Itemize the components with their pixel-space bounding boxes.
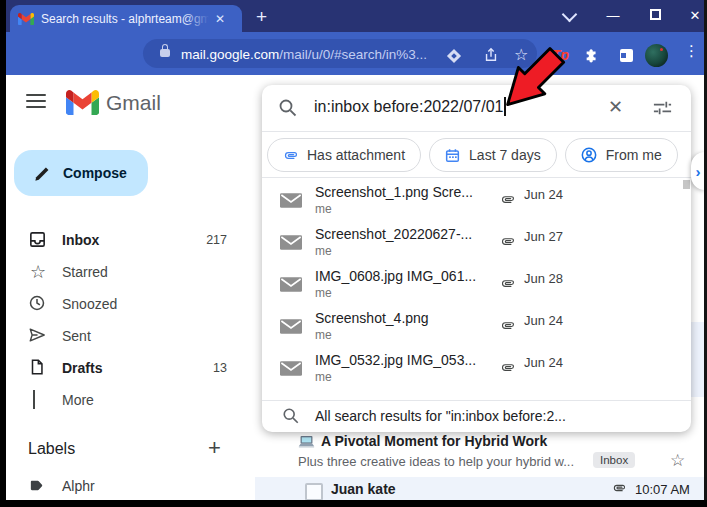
- attachment-icon: [612, 481, 626, 495]
- envelope-icon: [280, 319, 302, 334]
- add-label-icon[interactable]: +: [208, 435, 221, 461]
- envelope-icon: [280, 235, 302, 250]
- window-frame: [0, 0, 6, 507]
- compose-button[interactable]: Compose: [14, 150, 148, 196]
- window-frame: [0, 500, 707, 507]
- side-panel-icon[interactable]: [620, 49, 633, 62]
- inbox-count: 217: [206, 233, 227, 247]
- attachment-icon: [283, 148, 298, 163]
- lock-icon[interactable]: [160, 49, 170, 57]
- email-row[interactable]: A Pivotal Moment for Hybrid Work Plus th…: [255, 432, 704, 477]
- browser-window: Search results - alphrteam@gmai ✕ + — ✕ …: [0, 0, 707, 507]
- laptop-emoji-icon: [298, 435, 315, 449]
- star-toggle-icon[interactable]: ☆: [670, 450, 685, 471]
- browser-menu-icon[interactable]: ⋮: [684, 42, 699, 60]
- chip-has-attachment[interactable]: Has attachment: [267, 138, 421, 172]
- sidebar-item-sent[interactable]: Sent: [5, 320, 255, 352]
- attachment-icon: [500, 276, 515, 291]
- sidebar-item-snoozed[interactable]: Snoozed: [5, 288, 255, 320]
- sidebar-item-starred[interactable]: ☆ Starred: [5, 256, 255, 288]
- attachment-icon: [500, 318, 515, 333]
- main-menu-icon[interactable]: [26, 94, 46, 108]
- browser-tab[interactable]: Search results - alphrteam@gmai ✕: [10, 5, 242, 32]
- new-tab-button[interactable]: +: [256, 6, 267, 28]
- drafts-count: 13: [213, 361, 227, 375]
- chip-last-7-days[interactable]: Last 7 days: [429, 138, 557, 172]
- minimize-button[interactable]: —: [600, 6, 626, 26]
- email-checkbox[interactable]: [305, 483, 323, 501]
- search-icon: [278, 98, 298, 118]
- url-text[interactable]: mail.google.com/mail/u/0/#search/in%3...: [181, 47, 427, 62]
- suggestion-row[interactable]: Screenshot_4.png me Jun 24: [262, 306, 691, 348]
- side-panel-expand-button[interactable]: ›: [691, 152, 705, 190]
- inbox-icon: [28, 230, 48, 250]
- chevron-right-icon: ›: [696, 163, 701, 180]
- gmail-favicon-icon: [18, 13, 34, 25]
- sidebar-item-more[interactable]: More: [5, 384, 255, 416]
- pencil-icon: [34, 165, 51, 182]
- search-input[interactable]: in:inbox before:2022/07/01: [314, 97, 506, 116]
- email-row[interactable]: Juan kate 10:07 AM: [255, 477, 704, 501]
- extensions-puzzle-icon[interactable]: [584, 47, 600, 63]
- search-filter-chips: Has attachment Last 7 days From me: [267, 138, 678, 172]
- chip-from-me[interactable]: From me: [565, 138, 678, 172]
- tab-title: Search results - alphrteam@gmai: [41, 12, 209, 26]
- profile-avatar[interactable]: [645, 44, 668, 67]
- tab-search-icon[interactable]: [556, 6, 582, 26]
- labels-header: Labels: [28, 440, 75, 458]
- compose-label: Compose: [63, 165, 127, 181]
- envelope-icon: [280, 193, 302, 208]
- suggestion-row[interactable]: IMG_0532.jpg IMG_053... me Jun 24: [262, 348, 691, 390]
- sidebar-item-inbox[interactable]: Inbox 217: [5, 224, 255, 256]
- suggestion-row[interactable]: Screenshot_1.png Scre... me Jun 24: [262, 180, 691, 222]
- inbox-badge: Inbox: [593, 452, 635, 468]
- clock-icon: [28, 294, 48, 314]
- clear-search-icon[interactable]: ✕: [608, 96, 623, 118]
- email-time: 10:07 AM: [635, 482, 690, 497]
- title-bar: Search results - alphrteam@gmai ✕ + — ✕: [0, 0, 707, 32]
- email-sender: Juan kate: [331, 481, 396, 497]
- suggestion-row[interactable]: Screenshot_20220627-... me Jun 27: [262, 222, 691, 264]
- email-snippet: Plus three creative ideas to help your h…: [298, 454, 574, 469]
- annotation-arrow: [498, 42, 570, 112]
- gmail-logo-icon[interactable]: [66, 90, 99, 115]
- envelope-icon: [280, 361, 302, 376]
- star-icon: ☆: [28, 262, 48, 282]
- attachment-icon: [500, 234, 515, 249]
- gmail-wordmark: Gmail: [106, 91, 161, 115]
- gmail-page: Gmail Compose Inbox 217 ☆ Starred Snooze…: [0, 75, 707, 501]
- person-icon: [581, 147, 597, 163]
- search-bar[interactable]: in:inbox before:2022/07/01 ✕: [262, 85, 691, 131]
- envelope-icon: [280, 277, 302, 292]
- share-icon[interactable]: [483, 47, 499, 63]
- tab-close-icon[interactable]: ✕: [215, 12, 225, 26]
- suggestion-row[interactable]: IMG_0608.jpg IMG_061... me Jun 28: [262, 264, 691, 306]
- maximize-button[interactable]: [642, 6, 668, 26]
- all-search-results[interactable]: All search results for "in:inbox before:…: [262, 400, 691, 432]
- sidebar-item-drafts[interactable]: Drafts 13: [5, 352, 255, 384]
- search-dropdown: in:inbox before:2022/07/01 ✕ Has attachm…: [262, 85, 691, 432]
- send-icon: [28, 326, 48, 346]
- attachment-icon: [500, 192, 515, 207]
- selected-row-edge: [691, 322, 704, 397]
- email-subject: A Pivotal Moment for Hybrid Work: [321, 433, 547, 449]
- search-icon: [282, 407, 300, 425]
- draft-file-icon: [28, 358, 48, 378]
- label-tag-icon: [28, 476, 47, 495]
- attachment-icon: [500, 360, 515, 375]
- search-options-icon[interactable]: [652, 98, 673, 118]
- calendar-icon: [445, 148, 460, 163]
- sidebar-label-alphr[interactable]: Alphr: [5, 473, 255, 501]
- dropdown-scrollbar[interactable]: [683, 180, 690, 189]
- chevron-down-icon: [28, 390, 48, 410]
